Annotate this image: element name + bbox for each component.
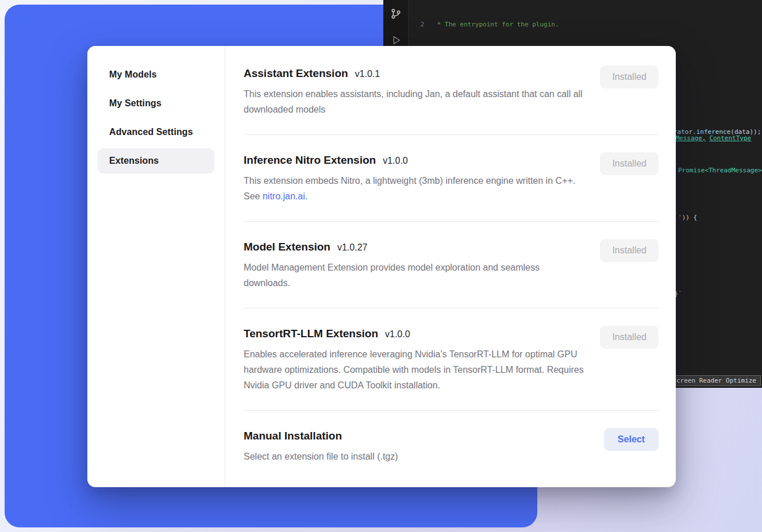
divider [244, 134, 659, 135]
extension-row-assistant: Assistant Extension v1.0.1 This extensio… [244, 65, 659, 117]
sidebar-item-advanced-settings[interactable]: Advanced Settings [98, 119, 214, 145]
divider [244, 410, 659, 411]
manual-installation-row: Manual Installation Select an extension … [244, 428, 659, 464]
extension-version: v1.0.0 [383, 156, 408, 166]
extension-title: Model Extension [244, 239, 330, 255]
manual-installation-title: Manual Installation [244, 428, 342, 444]
extension-version: v1.0.27 [337, 242, 367, 253]
code-fragment: Promise<ThreadMessage> [678, 166, 762, 175]
extension-description: Model Management Extension provides mode… [244, 260, 588, 291]
source-control-icon [390, 7, 402, 22]
settings-modal: My Models My Settings Advanced Settings … [87, 46, 676, 487]
divider [244, 308, 659, 309]
extensions-panel: Assistant Extension v1.0.1 This extensio… [225, 46, 676, 487]
sidebar-item-extensions[interactable]: Extensions [98, 148, 214, 174]
line-number: 2 [409, 20, 424, 30]
screen-reader-badge: Screen Reader Optimize [668, 375, 761, 386]
settings-sidebar: My Models My Settings Advanced Settings … [87, 46, 225, 487]
extension-row-nitro: Inference Nitro Extension v1.0.0 This ex… [244, 152, 659, 204]
extension-info: Assistant Extension v1.0.1 This extensio… [244, 65, 588, 117]
nitro-link[interactable]: nitro.jan.ai. [263, 191, 307, 201]
extension-info: Inference Nitro Extension v1.0.0 This ex… [244, 152, 588, 204]
extension-title: TensortRT-LLM Extension [244, 326, 378, 342]
extension-row-model: Model Extension v1.0.27 Model Management… [244, 239, 659, 291]
page: 2 * The entrypoint for the plugin. 3 */ … [0, 0, 762, 532]
extension-info: Model Extension v1.0.27 Model Management… [244, 239, 588, 291]
code-fragment: ')) { [678, 213, 697, 222]
extension-version: v1.0.1 [355, 69, 380, 79]
installed-button[interactable]: Installed [600, 239, 659, 262]
extension-title: Assistant Extension [244, 65, 348, 82]
extension-description: This extension enables assistants, inclu… [244, 86, 588, 117]
extension-row-tensorrt: TensortRT-LLM Extension v1.0.0 Enables a… [244, 326, 659, 393]
extension-description: Enables accelerated inference leveraging… [244, 346, 588, 393]
extension-info: Manual Installation Select an extension … [244, 428, 398, 464]
code-fragment: rator.inference(data)); [674, 128, 761, 137]
sidebar-item-my-models[interactable]: My Models [98, 62, 214, 87]
divider [244, 221, 659, 222]
sidebar-item-my-settings[interactable]: My Settings [98, 91, 214, 116]
installed-button[interactable]: Installed [600, 65, 659, 88]
extension-version: v1.0.0 [385, 329, 410, 340]
manual-installation-description: Select an extension file to install (.tg… [244, 449, 398, 464]
extension-title: Inference Nitro Extension [244, 152, 376, 168]
extension-description: This extension embeds Nitro, a lightweig… [244, 173, 588, 204]
installed-button[interactable]: Installed [600, 152, 659, 175]
select-file-button[interactable]: Select [604, 428, 659, 451]
installed-button[interactable]: Installed [600, 326, 659, 349]
code-line: 2 * The entrypoint for the plugin. [409, 20, 762, 30]
extension-info: TensortRT-LLM Extension v1.0.0 Enables a… [244, 326, 588, 393]
